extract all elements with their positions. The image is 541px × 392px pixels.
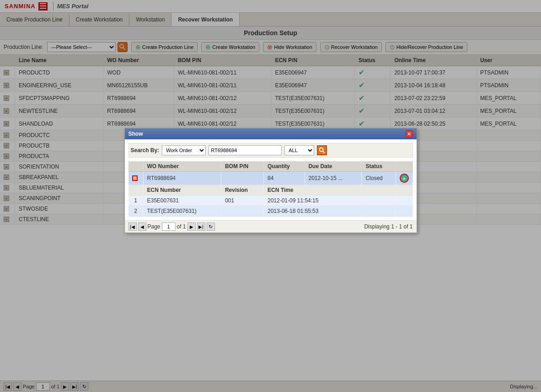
modal-status-cell: Closed (362, 172, 396, 185)
modal-pagination: |◀ ◀ Page of 1 ▶ ▶| ↻ (129, 222, 215, 231)
modal-title: Show (129, 131, 143, 137)
modal-col-quantity: Quantity (263, 161, 304, 172)
modal-quantity-cell: 84 (263, 172, 304, 185)
modal-due-date-cell: 2012-10-15 ... (305, 172, 362, 185)
modal-close-button[interactable]: ✕ (406, 130, 413, 138)
modal-sub-row-1-action (396, 196, 412, 206)
modal-refresh-btn[interactable]: ↻ (207, 222, 215, 231)
modal-next-page-btn[interactable]: ▶ (187, 222, 196, 231)
modal-expand-icon[interactable]: − (132, 175, 138, 181)
modal-body: Search By: Work Order BOM P/N ECN Number… (125, 139, 417, 220)
modal-sub-row-2-filler (362, 206, 396, 217)
show-modal: Show ✕ Search By: Work Order BOM P/N ECN… (124, 128, 417, 233)
modal-bottom-bar: |◀ ◀ Page of 1 ▶ ▶| ↻ Displaying 1 - 1 o… (125, 220, 417, 233)
modal-bom-pn-cell (221, 172, 263, 185)
modal-action-cell[interactable]: + (396, 172, 412, 185)
modal-grid-header: WO Number BOM P/N Quantity Due Date Stat… (129, 161, 413, 172)
modal-data-row[interactable]: − RT6988694 84 2012-10-15 ... Closed + (129, 172, 413, 185)
modal-sub-row-2-action (396, 206, 412, 217)
modal-sub-row-2-ecn-time: 2013-06-18 01:55:53 (263, 206, 361, 217)
modal-action-button[interactable]: + (400, 174, 409, 183)
modal-sub-num (129, 185, 144, 196)
modal-grid: WO Number BOM P/N Quantity Due Date Stat… (129, 161, 413, 217)
modal-sub-row-1-num: 1 (129, 196, 144, 206)
search-by-label: Search By: (131, 147, 160, 154)
modal-col-due-date: Due Date (305, 161, 362, 172)
modal-first-page-btn[interactable]: |◀ (129, 222, 137, 231)
modal-page-input[interactable] (162, 222, 176, 231)
search-by-select[interactable]: Work Order BOM P/N ECN Number (162, 145, 206, 155)
modal-col-status: Status (362, 161, 396, 172)
modal-overlay: Show ✕ Search By: Work Order BOM P/N ECN… (0, 0, 541, 392)
modal-col-action (396, 161, 412, 172)
modal-sub-row-1-ecn: E35E007631 (143, 196, 221, 206)
modal-wo-number-cell: RT6988694 (143, 172, 221, 185)
modal-search-row: Search By: Work Order BOM P/N ECN Number… (129, 143, 413, 158)
modal-sub-row-2-revision (221, 206, 263, 217)
modal-sub-row-2[interactable]: 2 TEST(E35E007631) 2013-06-18 01:55:53 (129, 206, 413, 217)
modal-prev-page-btn[interactable]: ◀ (138, 222, 146, 231)
modal-sub-row-2-ecn: TEST(E35E007631) (143, 206, 221, 217)
modal-col-wo-number: WO Number (143, 161, 221, 172)
filter-select[interactable]: ALL Open Closed (284, 145, 314, 155)
modal-sub-row-1[interactable]: 1 E35E007631 001 2012-01-09 11:54:15 (129, 196, 413, 206)
modal-sub-row-1-ecn-time: 2012-01-09 11:54:15 (263, 196, 361, 206)
modal-search-button[interactable] (317, 145, 327, 155)
modal-expand-cell[interactable]: − (129, 172, 144, 185)
modal-page-label: Page (148, 223, 161, 230)
search-value-input[interactable] (209, 145, 282, 155)
modal-sub-header: ECN Number Revision ECN Time (129, 185, 413, 196)
modal-sub-ecn-header: ECN Number (143, 185, 221, 196)
modal-sub-row-1-revision: 001 (221, 196, 263, 206)
modal-sub-row-2-num: 2 (129, 206, 144, 217)
modal-last-page-btn[interactable]: ▶| (197, 222, 205, 231)
modal-col-bom-pn: BOM P/N (221, 161, 263, 172)
modal-col-expand (129, 161, 144, 172)
svg-line-3 (323, 151, 325, 154)
modal-titlebar: Show ✕ (125, 128, 417, 139)
modal-of-label: of 1 (177, 223, 186, 230)
modal-sub-ecn-time-header: ECN Time (263, 185, 361, 196)
modal-sub-row-1-filler (362, 196, 396, 206)
modal-sub-filler (362, 185, 396, 196)
modal-sub-action-filler (396, 185, 412, 196)
modal-displaying: Displaying 1 - 1 of 1 (364, 223, 412, 230)
modal-sub-revision-header: Revision (221, 185, 263, 196)
svg-point-2 (320, 148, 323, 152)
